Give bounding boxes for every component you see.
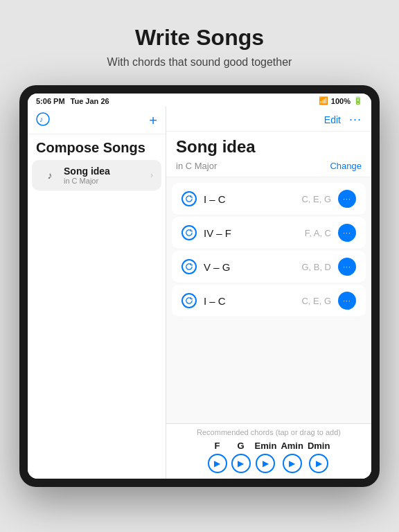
detail-panel: Edit ··· Song idea in C Major Change I –… [166,107,371,479]
chord-notes: F, A, C [305,228,331,238]
recommended-label: Recommended chords (tap or drag to add) [172,428,366,436]
recommended-chord-item: Emin ▶ [255,441,277,473]
chord-notes: C, E, G [301,296,331,306]
compose-icon[interactable]: ♪ [36,112,50,130]
battery-icon: 🔋 [353,96,363,105]
recommended-chords: F ▶ G ▶ Emin ▶ Amin ▶ Dmin ▶ [172,441,366,473]
svg-text:♪: ♪ [39,115,44,123]
chord-loop-icon [181,293,197,308]
status-time: 5:06 PM [36,97,65,105]
sidebar: ♪ + Compose Songs ♪ Song idea in C Major… [28,107,166,479]
chord-notes: G, B, D [301,262,331,272]
edit-button[interactable]: Edit [324,114,341,125]
chord-more-button[interactable]: ··· [338,258,356,276]
chord-row: IV – F F, A, C ··· [172,217,366,249]
play-icon: ▶ [238,459,244,468]
change-key-button[interactable]: Change [330,161,362,171]
recommended-chord-item: G ▶ [231,441,251,473]
chord-loop-icon [181,191,197,206]
song-detail-title: Song idea [166,132,371,159]
play-chord-button[interactable]: ▶ [283,454,302,473]
key-row: in C Major Change [166,159,371,177]
page-title: Write Songs [107,25,292,51]
add-button[interactable]: + [149,113,157,129]
wifi-icon: 📶 [319,96,328,105]
music-note-icon: ♪ [40,166,60,185]
rec-chord-name: Amin [281,441,303,451]
play-icon: ▶ [263,459,269,468]
chord-name: I – C [204,295,301,307]
page-subtitle: With chords that sound good together [107,56,292,69]
chord-name: I – C [204,193,301,205]
status-bar: 5:06 PM Tue Jan 26 📶 100% 🔋 [28,94,371,107]
play-icon: ▶ [289,459,295,468]
chord-name: IV – F [204,227,305,239]
battery-level: 100% [331,97,351,105]
play-chord-button[interactable]: ▶ [231,454,251,473]
sidebar-header: ♪ + [28,107,166,134]
play-icon: ▶ [214,459,220,468]
song-key: in C Major [64,177,150,185]
chord-more-button[interactable]: ··· [338,224,356,242]
recommended-chord-item: Amin ▶ [281,441,303,473]
chord-row: I – C C, E, G ··· [172,183,366,215]
recommended-chord-item: Dmin ▶ [308,441,330,473]
recommended-chord-item: F ▶ [208,441,227,473]
song-name: Song idea [64,166,150,177]
chord-loop-icon [181,225,197,240]
more-button[interactable]: ··· [349,112,362,127]
page-header: Write Songs With chords that sound good … [94,0,306,85]
sidebar-title: Compose Songs [28,134,166,160]
play-icon: ▶ [316,459,322,468]
ipad-frame: 5:06 PM Tue Jan 26 📶 100% 🔋 ♪ [19,85,380,487]
chord-row: V – G G, B, D ··· [172,251,366,283]
chord-loop-icon [181,259,197,274]
play-chord-button[interactable]: ▶ [256,454,275,473]
ipad-screen: 5:06 PM Tue Jan 26 📶 100% 🔋 ♪ [28,94,371,479]
main-content: ♪ + Compose Songs ♪ Song idea in C Major… [28,107,371,479]
rec-chord-name: Emin [255,441,277,451]
chord-more-button[interactable]: ··· [338,292,356,310]
status-date: Tue Jan 26 [71,97,109,105]
chord-list: I – C C, E, G ··· IV – F F, A, C ··· [166,177,371,423]
list-item[interactable]: ♪ Song idea in C Major › [32,160,161,190]
rec-chord-name: F [215,441,220,451]
chord-name: V – G [204,261,301,273]
rec-chord-name: G [238,441,245,451]
detail-header: Edit ··· [166,107,371,132]
chord-notes: C, E, G [301,194,331,204]
chord-more-button[interactable]: ··· [338,190,356,208]
recommended-section: Recommended chords (tap or drag to add) … [166,423,371,479]
chevron-right-icon: › [150,170,153,180]
rec-chord-name: Dmin [308,441,330,451]
play-chord-button[interactable]: ▶ [309,454,328,473]
chord-row: I – C C, E, G ··· [172,285,366,317]
key-label: in C Major [176,161,330,171]
play-chord-button[interactable]: ▶ [208,454,227,473]
